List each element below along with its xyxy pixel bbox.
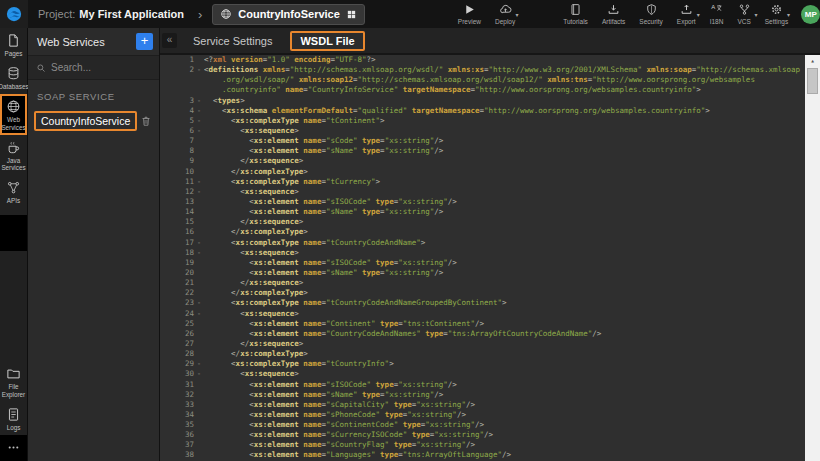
topbar: Project:My First Application › CountryIn…: [0, 0, 820, 28]
fold-marker[interactable]: -: [194, 126, 204, 136]
fold-marker[interactable]: -: [194, 65, 204, 75]
code-text: <xs:sequence>: [204, 369, 805, 379]
editor-scrollbar[interactable]: ▴: [805, 55, 820, 461]
fold-marker[interactable]: -: [194, 106, 204, 116]
fold-marker[interactable]: -: [194, 298, 204, 308]
sidebar-item-java-services[interactable]: JavaServices: [0, 135, 27, 175]
code-row: 27 </xs:sequence>: [160, 339, 805, 349]
line-number: 31: [160, 380, 194, 390]
tab-service-settings[interactable]: Service Settings: [185, 33, 280, 49]
tab-wsdl-file[interactable]: WSDL File: [290, 31, 364, 51]
page-icon: [6, 33, 21, 48]
wsdl-code-editor[interactable]: 1<?xml version="1.0" encoding="UTF-8"?>2…: [160, 55, 820, 461]
preview-button[interactable]: Preview: [451, 0, 488, 28]
code-text: <xs:complexType name="tContinent">: [204, 116, 805, 126]
vcs-button[interactable]: ▾VCS: [730, 0, 757, 28]
line-number: 16: [160, 227, 194, 237]
code-text: <xs:element name="sISOCode" type="xs:str…: [204, 380, 805, 390]
fold-marker[interactable]: -: [194, 248, 204, 258]
fold-marker[interactable]: -: [194, 369, 204, 379]
export-button[interactable]: ▾Export: [670, 0, 703, 28]
security-button[interactable]: Security: [632, 0, 669, 28]
app-logo[interactable]: [0, 0, 28, 28]
sidebar-item-file-explorer[interactable]: FileExplorer: [0, 361, 27, 401]
artifacts-button[interactable]: Artifacts: [595, 0, 632, 28]
code-text: <xs:element name="sCode" type="xs:string…: [204, 136, 805, 146]
fold-marker[interactable]: -: [194, 187, 204, 197]
sidebar-item-pages[interactable]: Pages: [0, 28, 27, 61]
search-input[interactable]: [51, 62, 141, 73]
code-text: <xs:sequence>: [204, 309, 805, 319]
line-number: 21: [160, 278, 194, 288]
delete-service-button[interactable]: [140, 115, 152, 127]
left-rail-bottom-items: FileExplorerLogs: [0, 361, 27, 435]
code-row: 2-<definitions xmlns="http://schemas.xml…: [160, 65, 805, 75]
code-row: 1<?xml version="1.0" encoding="UTF-8"?>: [160, 55, 805, 65]
folder-icon: [6, 366, 21, 381]
code-text: <xs:element name="sISOCode" type="xs:str…: [204, 258, 805, 268]
fold-marker[interactable]: -: [194, 359, 204, 369]
code-row: 22 </xs:complexType>: [160, 288, 805, 298]
code-row: 3- <types>: [160, 96, 805, 106]
fold-marker[interactable]: -: [194, 96, 204, 106]
sidebar-item-logs[interactable]: Logs: [0, 402, 27, 435]
fold-marker: [194, 55, 204, 65]
settings-button[interactable]: ▾Settings: [758, 0, 796, 28]
line-number: 26: [160, 329, 194, 339]
preview-label: Preview: [458, 18, 481, 25]
service-search: [28, 55, 159, 80]
project-name: My First Application: [79, 8, 184, 20]
sidebar-item-databases[interactable]: Databases: [0, 61, 27, 94]
line-number: 30: [160, 369, 194, 379]
artifacts-label: Artifacts: [602, 18, 625, 25]
vcs-label: VCS: [737, 18, 750, 25]
code-text: </xs:complexType>: [204, 288, 805, 298]
code-row: 36 <xs:element name="sCurrencyISOCode" t…: [160, 430, 805, 440]
deploy-button[interactable]: ▾Deploy: [488, 0, 522, 28]
soap-service-section-label: SOAP SERVICE: [28, 80, 159, 109]
code-row: 12- <xs:sequence>: [160, 187, 805, 197]
line-number: 29: [160, 359, 194, 369]
upload-icon: [680, 3, 693, 16]
code-text: <xs:sequence>: [204, 187, 805, 197]
code-text: <types>: [204, 96, 805, 106]
code-text: <xs:element name="sCurrencyISOCode" type…: [204, 430, 805, 440]
fold-marker: [194, 390, 204, 400]
more-options-button[interactable]: [0, 435, 27, 461]
sidebar-item-web-services[interactable]: WebServices: [0, 94, 27, 134]
line-number: 12: [160, 187, 194, 197]
scroll-up-icon[interactable]: ▴: [805, 55, 820, 67]
sidebar-item-label: JavaServices: [1, 157, 25, 171]
fold-marker[interactable]: -: [194, 309, 204, 319]
download-icon: [607, 3, 620, 16]
search-icon: [36, 63, 46, 73]
tutorials-button[interactable]: Tutorials: [556, 0, 595, 28]
fold-marker[interactable]: -: [194, 177, 204, 187]
sidebar-item-apis[interactable]: APIs: [0, 175, 27, 208]
fold-marker: [194, 75, 204, 85]
fold-marker: [194, 288, 204, 298]
export-label: Export: [677, 18, 696, 25]
open-service-tab[interactable]: CountryInfoService: [212, 4, 364, 25]
code-text: <xs:element name="sISOCode" type="xs:str…: [204, 197, 805, 207]
line-number: 13: [160, 197, 194, 207]
i18n-button[interactable]: AI18N: [703, 0, 731, 28]
fold-marker[interactable]: -: [194, 116, 204, 126]
line-number: 24: [160, 309, 194, 319]
fold-marker[interactable]: -: [194, 238, 204, 248]
code-row: 9 </xs:sequence>: [160, 156, 805, 166]
deploy-label: Deploy: [495, 18, 515, 25]
scrollbar-thumb[interactable]: [807, 68, 818, 94]
service-list-item[interactable]: CountryInfoService: [28, 109, 159, 133]
add-service-button[interactable]: +: [136, 33, 153, 50]
fold-marker: [194, 146, 204, 156]
code-row: 5- <xs:complexType name="tContinent">: [160, 116, 805, 126]
line-number: 10: [160, 167, 194, 177]
sidebar-item-label: Logs: [7, 424, 21, 431]
fold-marker: [194, 410, 204, 420]
coffee-icon: [6, 140, 21, 155]
code-row: 17- <xs:complexType name="tCountryCodeAn…: [160, 238, 805, 248]
line-number: [160, 75, 194, 85]
collapse-panel-button[interactable]: «: [162, 33, 177, 48]
user-avatar[interactable]: MP: [801, 5, 820, 24]
